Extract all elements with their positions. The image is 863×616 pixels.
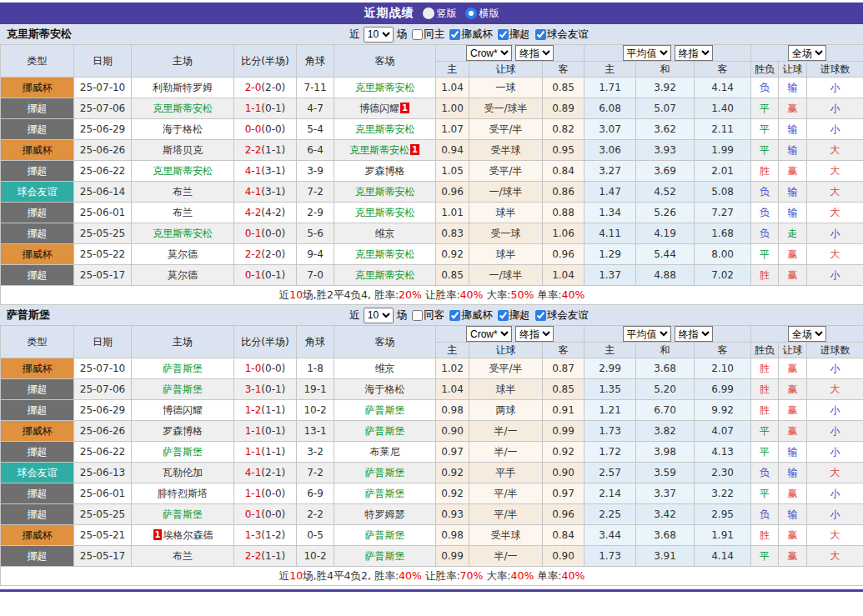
avg-draw-cell: 5.26 [636,203,695,223]
cup-filter-option[interactable]: 挪威杯 [446,28,493,42]
avg-away-cell: 5.08 [695,182,751,203]
club-friendly-checkbox[interactable] [535,29,546,40]
league-filter-option[interactable]: 挪超 [494,308,530,323]
date-cell: 25-06-14 [74,182,132,203]
avg-away-cell: 2.30 [695,463,751,483]
fulltime-select[interactable]: 全场 [788,45,826,61]
norway-cup-checkbox[interactable] [449,29,460,40]
club-friendly-checkbox[interactable] [535,310,546,321]
handicap-cell: 受半球 [469,525,543,546]
halftime-score: (3-1) [261,165,285,177]
handicap-result-cell: 赢 [779,358,807,379]
team-label: 萨普斯堡 [163,508,203,520]
winloss-result-cell: 负 [751,182,779,203]
team-label: 埃格尔森德 [163,529,213,541]
match-type-cell: 挪超 [1,265,74,286]
near-games-select[interactable]: 10 [364,27,394,43]
date-cell: 25-07-10 [74,78,132,98]
goals-result-cell: 小 [807,421,863,442]
fulltime-score: 1-1 [245,446,262,458]
title-bar: 近期战绩 竖版 横版 [0,3,863,24]
score-cell: 1-3(1-2) [234,525,297,546]
away-odds-cell: 0.91 [543,400,585,421]
home-team-cell: 博德闪耀 [132,400,234,421]
fulltime-score: 0-1 [245,508,262,520]
same-venue-checkbox[interactable] [412,310,423,321]
col-header-winloss: 胜负 [751,62,779,78]
club-friendly-label: 球会友谊 [547,308,589,323]
corner-cell: 5-6 [297,223,334,244]
same-venue-checkbox[interactable] [412,29,423,40]
col-header-date: 日期 [74,45,132,78]
home-odds-cell: 0.92 [436,483,469,504]
bookmaker-select[interactable]: Crow* [466,326,512,342]
results-table: 类型 日期 主场 比分(半场) 角球 客场 Crow*终指 平均值终指 全场 主… [0,325,863,586]
summary-segment: 大率: [483,288,510,301]
fulltime-score: 2-2 [245,144,262,156]
home-team-cell: 海于格松 [132,119,234,140]
col-header-goals: 进球数 [807,62,863,78]
home-odds-cell: 0.83 [436,223,469,244]
horizontal-layout-radio[interactable] [465,8,477,19]
fulltime-score: 1-3 [245,529,262,541]
col-header-goals: 进球数 [807,343,863,358]
norway-cup-checkbox[interactable] [449,310,460,321]
fulltime-select[interactable]: 全场 [788,326,826,342]
match-row: 球会友谊25-06-13瓦勒伦加4-1(2-1)7-2萨普斯堡0.92平手0.9… [1,463,863,483]
friendly-filter-option[interactable]: 球会友谊 [532,308,589,323]
halftime-score: (1-1) [261,404,285,416]
average-select[interactable]: 平均值 [623,326,671,342]
league-filter-option[interactable]: 挪超 [494,28,530,42]
same-venue-option[interactable]: 同主 [409,28,444,42]
handicap-result-cell: 输 [779,203,807,223]
winloss-result-cell: 胜 [751,265,779,286]
handicap-result-cell: 赢 [779,421,807,442]
near-games-select[interactable]: 10 [364,308,394,323]
winloss-result-cell: 胜 [751,400,779,421]
summary-text: 近10场,胜2平4负4, 胜率:20% 让胜率:40% 大率:50% 单率:40… [1,286,863,305]
bookmaker-select[interactable]: Crow* [466,45,512,61]
halftime-score: (2-0) [261,82,285,93]
corner-cell: 7-2 [297,182,334,203]
score-cell: 1-0(0-0) [234,358,297,379]
layout-option-horizontal[interactable]: 横版 [465,7,499,21]
home-odds-cell: 0.97 [436,442,469,463]
date-cell: 25-06-26 [74,421,132,442]
layout-option-vertical[interactable]: 竖版 [423,7,457,21]
eliteserien-checkbox[interactable] [498,310,509,321]
average-group-header: 平均值终指 [585,326,751,343]
final-odds-select[interactable]: 终指 [515,326,554,342]
match-type-cell: 球会友谊 [1,463,74,483]
halftime-score: (1-1) [261,550,285,562]
final-odds-select-2[interactable]: 终指 [675,45,713,61]
avg-home-cell: 2.25 [585,504,636,525]
winloss-result-cell: 负 [751,203,779,223]
team-label: 布莱尼 [370,446,400,458]
avg-draw-cell: 3.62 [636,119,695,140]
eliteserien-checkbox[interactable] [498,29,509,40]
team-label: 斯塔贝克 [163,144,203,156]
handicap-result-cell: 输 [779,119,807,140]
final-odds-select-2[interactable]: 终指 [675,326,713,342]
avg-home-cell: 1.73 [585,546,636,567]
avg-draw-cell: 3.68 [636,525,695,546]
avg-draw-cell: 3.98 [636,442,695,463]
friendly-filter-option[interactable]: 球会友谊 [532,28,589,42]
avg-home-cell: 1.71 [585,78,636,98]
avg-draw-cell: 5.07 [636,98,695,119]
corner-cell: 7-0 [297,265,334,286]
vertical-layout-radio[interactable] [423,8,434,19]
corner-cell: 9-4 [297,244,334,265]
same-venue-option[interactable]: 同客 [409,308,444,323]
final-odds-select[interactable]: 终指 [515,45,554,61]
cup-filter-option[interactable]: 挪威杯 [446,308,493,323]
average-select[interactable]: 平均值 [623,45,671,61]
away-team-cell: 克里斯蒂安松 [334,78,436,98]
home-team-cell: 布兰 [132,182,234,203]
away-odds-cell: 0.84 [543,161,585,182]
red-card-badge: 1 [153,529,163,540]
fulltime-score: 1-1 [245,103,262,114]
handicap-cell: 受一球 [469,223,543,244]
avg-away-cell: 2.01 [695,161,751,182]
halftime-score: (0-1) [261,103,285,114]
